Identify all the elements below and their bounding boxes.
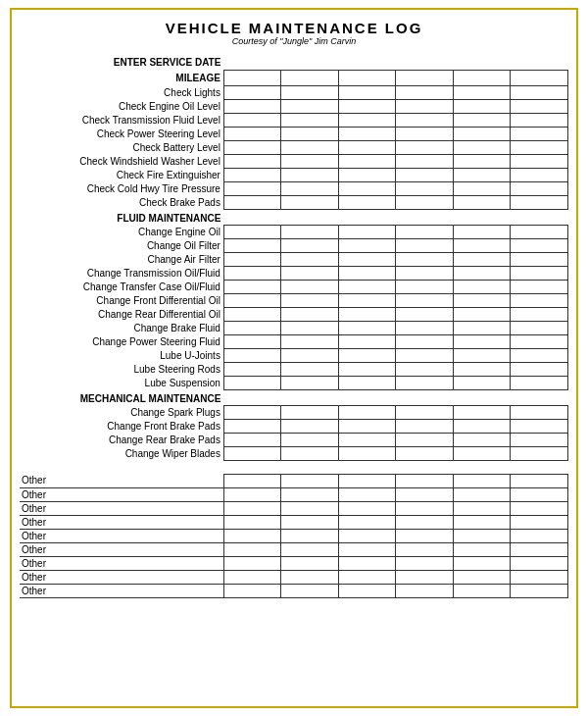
other-label: Other (20, 584, 223, 597)
row-label: Check Windshield Washer Level (20, 154, 223, 168)
table-row: Check Cold Hwy Tire Pressure (20, 181, 568, 195)
service-date-col6[interactable] (511, 54, 568, 70)
row-label: Check Lights (20, 85, 223, 99)
mileage-col1[interactable] (223, 70, 281, 85)
service-date-col1[interactable] (223, 54, 281, 70)
service-date-col5[interactable] (453, 54, 511, 70)
row-label: Change Spark Plugs (20, 405, 223, 419)
row-label: Lube Steering Rods (20, 362, 223, 376)
other-row: Other (20, 487, 568, 501)
table-row: Lube U-Joints (20, 348, 568, 362)
row-label: Check Engine Oil Level (20, 99, 223, 113)
table-row: Change Transmission Oil/Fluid (20, 266, 568, 280)
other-label: Other (20, 487, 223, 501)
fluid-section-title: FLUID MAINTENANCE (20, 209, 223, 225)
content: ENTER SERVICE DATE MILEAGE Check Lights (12, 54, 576, 598)
row-label: Check Cold Hwy Tire Pressure (20, 181, 223, 195)
row-label: Check Brake Pads (20, 195, 223, 209)
mileage-label: MILEAGE (20, 70, 223, 85)
row-label: Change Power Steering Fluid (20, 334, 223, 348)
other-row: Other (20, 515, 568, 529)
row-label: Change Engine Oil (20, 225, 223, 238)
row-label: Change Rear Brake Pads (20, 433, 223, 446)
service-date-label: ENTER SERVICE DATE (20, 54, 223, 70)
service-date-col2[interactable] (281, 54, 339, 70)
other-row: Other (20, 474, 568, 487)
table-row: Change Brake Fluid (20, 321, 568, 334)
fluid-section-header-row: FLUID MAINTENANCE (20, 209, 568, 225)
other-row: Other (20, 556, 568, 570)
row-label: Lube Suspension (20, 376, 223, 389)
mechanical-section-title: MECHANICAL MAINTENANCE (20, 389, 223, 405)
table-row: Check Battery Level (20, 140, 568, 154)
row-label: Check Fire Extinguisher (20, 168, 223, 181)
mileage-col6[interactable] (511, 70, 568, 85)
table-row: Change Rear Differential Oil (20, 307, 568, 321)
row-label: Change Brake Fluid (20, 321, 223, 334)
table-row: Change Spark Plugs (20, 405, 568, 419)
row-label: Change Transfer Case Oil/Fluid (20, 280, 223, 293)
other-label: Other (20, 570, 223, 584)
header: VEHICLE MAINTENANCE LOG Courtesy of "Jun… (12, 20, 576, 46)
service-date-row: ENTER SERVICE DATE (20, 54, 568, 70)
table-row: Lube Suspension (20, 376, 568, 389)
other-label: Other (20, 501, 223, 515)
row-label: Lube U-Joints (20, 348, 223, 362)
table-row: Check Engine Oil Level (20, 99, 568, 113)
other-row: Other (20, 529, 568, 542)
table-row: Change Rear Brake Pads (20, 433, 568, 446)
table-row: Check Windshield Washer Level (20, 154, 568, 168)
row-label: Change Oil Filter (20, 238, 223, 252)
row-label: Change Rear Differential Oil (20, 307, 223, 321)
table-row: Check Lights (20, 85, 568, 99)
mileage-col3[interactable] (338, 70, 396, 85)
table-row: Change Front Brake Pads (20, 419, 568, 433)
mileage-col5[interactable] (453, 70, 511, 85)
page-title: VEHICLE MAINTENANCE LOG (12, 20, 576, 36)
other-label: Other (20, 556, 223, 570)
other-label: Other (20, 515, 223, 529)
row-label: Change Air Filter (20, 252, 223, 266)
table-row: Change Wiper Blades (20, 446, 568, 460)
main-table: ENTER SERVICE DATE MILEAGE Check Lights (20, 54, 568, 598)
mileage-col2[interactable] (281, 70, 339, 85)
table-row: Change Oil Filter (20, 238, 568, 252)
mileage-col4[interactable] (396, 70, 454, 85)
other-label: Other (20, 529, 223, 542)
table-row: Change Front Differential Oil (20, 293, 568, 307)
mechanical-section-header-row: MECHANICAL MAINTENANCE (20, 389, 568, 405)
other-label: Other (20, 542, 223, 556)
table-row: Lube Steering Rods (20, 362, 568, 376)
spacer-row (20, 460, 568, 474)
row-label: Check Transmission Fluid Level (20, 113, 223, 127)
service-date-col3[interactable] (338, 54, 396, 70)
row-label: Check Battery Level (20, 140, 223, 154)
table-row: Check Fire Extinguisher (20, 168, 568, 181)
table-row: Change Engine Oil (20, 225, 568, 238)
service-date-col4[interactable] (396, 54, 454, 70)
row-label: Change Front Brake Pads (20, 419, 223, 433)
table-row: Change Power Steering Fluid (20, 334, 568, 348)
table-row: Check Power Steering Level (20, 127, 568, 140)
other-row: Other (20, 501, 568, 515)
row-label: Check Power Steering Level (20, 127, 223, 140)
table-row: Change Air Filter (20, 252, 568, 266)
other-row: Other (20, 542, 568, 556)
table-row: Change Transfer Case Oil/Fluid (20, 280, 568, 293)
row-label: Change Transmission Oil/Fluid (20, 266, 223, 280)
row-label: Change Wiper Blades (20, 446, 223, 460)
other-row: Other (20, 570, 568, 584)
other-row: Other (20, 584, 568, 597)
subtitle: Courtesy of "Jungle" Jim Carvin (12, 36, 576, 46)
table-row: Check Transmission Fluid Level (20, 113, 568, 127)
row-label: Change Front Differential Oil (20, 293, 223, 307)
page: VEHICLE MAINTENANCE LOG Courtesy of "Jun… (10, 8, 578, 708)
other-label: Other (20, 474, 223, 487)
table-row: Check Brake Pads (20, 195, 568, 209)
mileage-row: MILEAGE (20, 70, 568, 85)
